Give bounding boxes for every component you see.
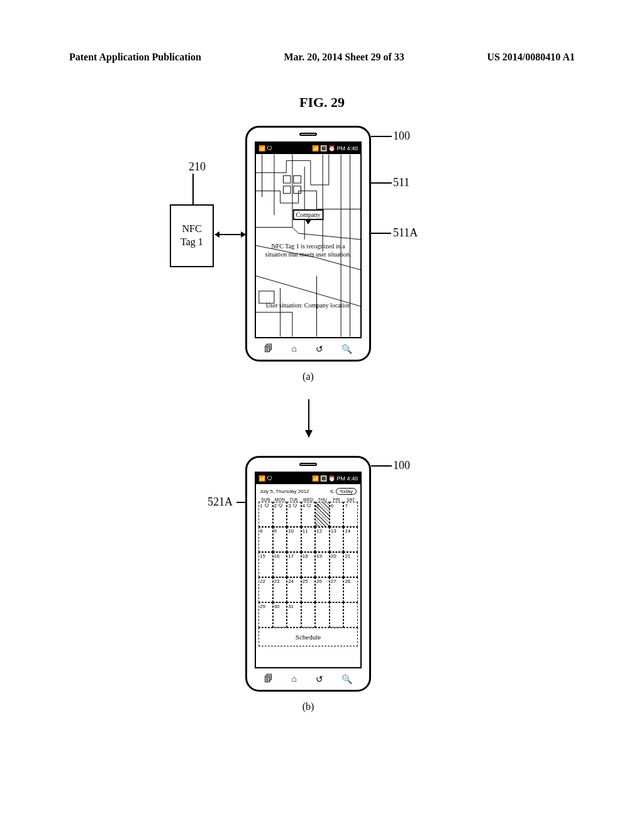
nav-bar-a: 🗐 ⌂ ↺ 🔍 bbox=[255, 342, 362, 356]
alarm-icon: ⏰ bbox=[328, 145, 335, 152]
nfc-recognized-msg: NFC Tag 1 is recognized in a situation t… bbox=[264, 242, 352, 258]
cal-cell[interactable]: 17 bbox=[287, 552, 301, 577]
home-icon[interactable]: ⌂ bbox=[291, 344, 296, 354]
user-situation-text: User situation: Company location bbox=[258, 302, 358, 309]
ref-521a: 521A bbox=[208, 495, 233, 509]
svg-rect-3 bbox=[283, 186, 291, 194]
chat-status-icon: 🗨 bbox=[267, 475, 272, 482]
svg-rect-1 bbox=[283, 176, 291, 184]
battery-icon: 🔳 bbox=[320, 475, 327, 482]
cal-cell[interactable]: 26 bbox=[315, 577, 330, 602]
nfc-phone-arrow bbox=[215, 234, 245, 235]
cal-cell[interactable] bbox=[315, 602, 330, 628]
cal-cell[interactable]: 6 bbox=[330, 502, 344, 527]
cal-cell[interactable]: 29 bbox=[258, 602, 273, 628]
back-icon[interactable]: ↺ bbox=[316, 344, 323, 355]
sublabel-a: (a) bbox=[303, 371, 314, 382]
svg-rect-4 bbox=[294, 186, 301, 194]
cal-cell[interactable] bbox=[343, 602, 358, 628]
nfc-tag-line1: NFC bbox=[180, 223, 203, 236]
calendar-grid[interactable]: 1 🗨2 🗨3 🗨4 🗨5678910111213141516171819202… bbox=[258, 502, 358, 646]
cal-cell[interactable]: 14 bbox=[343, 527, 358, 552]
calendar-header: July 5, Thursday 2012 < Today bbox=[258, 487, 358, 497]
search-icon[interactable]: 🔍 bbox=[341, 344, 352, 355]
cal-day-header: SAT bbox=[343, 497, 358, 502]
cal-cell[interactable]: 25 bbox=[301, 577, 316, 602]
home-icon[interactable]: ⌂ bbox=[291, 674, 296, 684]
header-right: US 2014/0080410 A1 bbox=[487, 52, 575, 63]
cal-cell[interactable]: 27 bbox=[330, 577, 344, 602]
cal-day-header: TUE bbox=[287, 497, 301, 502]
status-bar-b: 📶 🗨 📶 🔳 ⏰ PM 4:40 bbox=[256, 473, 360, 484]
phone-device-a: 📶 🗨 📶 🔳 ⏰ PM 4:40 bbox=[245, 126, 371, 362]
cal-cell[interactable]: 23 bbox=[273, 577, 287, 602]
cal-cell[interactable]: 4 🗨 bbox=[301, 502, 316, 527]
cal-cell[interactable] bbox=[301, 602, 316, 628]
flow-arrow-down bbox=[308, 399, 309, 437]
company-pin[interactable]: Company bbox=[293, 209, 324, 220]
calendar-area[interactable]: July 5, Thursday 2012 < Today SUNMONTUEW… bbox=[256, 484, 360, 667]
today-button[interactable]: Today bbox=[336, 488, 357, 495]
cal-day-header: THU bbox=[315, 497, 330, 502]
event-bubble-icon: 🗨 bbox=[277, 503, 283, 509]
cal-cell[interactable]: 18 bbox=[301, 552, 316, 577]
cal-cell[interactable]: 12 bbox=[315, 527, 330, 552]
cal-cell[interactable]: 22 bbox=[258, 577, 273, 602]
phone-device-b: 📶 🗨 📶 🔳 ⏰ PM 4:40 July 5, Thursday 2012 … bbox=[245, 456, 371, 692]
cal-cell[interactable]: 7 bbox=[343, 502, 358, 527]
cal-cell[interactable]: 2 🗨 bbox=[273, 502, 287, 527]
leader-210 bbox=[192, 174, 194, 205]
cal-cell[interactable] bbox=[330, 602, 344, 628]
event-bubble-icon: 🗨 bbox=[262, 503, 269, 509]
cal-cell[interactable]: 8 bbox=[258, 527, 273, 552]
svg-rect-2 bbox=[294, 176, 301, 184]
earpiece-a bbox=[299, 133, 317, 136]
cal-cell[interactable]: 31 bbox=[287, 602, 301, 628]
event-bubble-icon: 🗨 bbox=[291, 503, 297, 509]
cal-cell[interactable]: 19 bbox=[315, 552, 330, 577]
nav-bar-b: 🗐 ⌂ ↺ 🔍 bbox=[255, 672, 362, 686]
cal-cell[interactable]: 5 bbox=[315, 502, 330, 527]
cal-cell[interactable]: 3 🗨 bbox=[287, 502, 301, 527]
event-bubble-icon: 🗨 bbox=[305, 503, 311, 509]
nfc-tag-line2: Tag 1 bbox=[180, 236, 203, 249]
chevron-left-icon[interactable]: < bbox=[330, 488, 334, 495]
map-area[interactable]: Company NFC Tag 1 is recognized in a sit… bbox=[256, 154, 360, 337]
cal-cell[interactable]: 30 bbox=[273, 602, 287, 628]
wifi-icon: 📶 bbox=[258, 475, 265, 482]
ref-100-b: 100 bbox=[393, 459, 410, 472]
page-header: Patent Application Publication Mar. 20, … bbox=[0, 52, 644, 63]
earpiece-b bbox=[299, 463, 317, 466]
search-icon[interactable]: 🔍 bbox=[341, 674, 352, 685]
signal-icon: 📶 bbox=[312, 145, 319, 152]
back-icon[interactable]: ↺ bbox=[316, 674, 323, 685]
cal-cell[interactable]: 20 bbox=[330, 552, 344, 577]
screen-b: 📶 🗨 📶 🔳 ⏰ PM 4:40 July 5, Thursday 2012 … bbox=[255, 472, 362, 668]
cal-cell[interactable]: 28 bbox=[343, 577, 358, 602]
status-time: PM 4:40 bbox=[336, 145, 358, 152]
cal-cell[interactable]: 16 bbox=[273, 552, 287, 577]
cal-cell[interactable]: 1 🗨 bbox=[258, 502, 273, 527]
cal-cell[interactable]: 11 bbox=[301, 527, 316, 552]
status-bar-a: 📶 🗨 📶 🔳 ⏰ PM 4:40 bbox=[256, 143, 360, 154]
wifi-icon: 📶 bbox=[258, 145, 265, 152]
cal-cell[interactable]: 13 bbox=[330, 527, 344, 552]
cal-cell[interactable]: 15 bbox=[258, 552, 273, 577]
header-center: Mar. 20, 2014 Sheet 29 of 33 bbox=[284, 52, 404, 63]
alarm-icon: ⏰ bbox=[328, 475, 335, 482]
calendar-day-headers: SUNMONTUEWEDTHUFRISAT bbox=[258, 497, 358, 502]
cal-day-header: FRI bbox=[330, 497, 344, 502]
cal-cell[interactable]: 24 bbox=[287, 577, 301, 602]
nfc-tag-block: NFC Tag 1 bbox=[170, 204, 214, 267]
signal-icon: 📶 bbox=[312, 475, 319, 482]
cal-cell[interactable]: 9 bbox=[273, 527, 287, 552]
battery-icon: 🔳 bbox=[320, 145, 327, 152]
recent-icon[interactable]: 🗐 bbox=[264, 344, 273, 354]
ref-511a: 511A bbox=[393, 226, 418, 240]
schedule-row[interactable]: Schedule bbox=[258, 628, 358, 646]
recent-icon[interactable]: 🗐 bbox=[264, 674, 273, 684]
cal-cell[interactable]: 21 bbox=[343, 552, 358, 577]
cal-cell[interactable]: 10 bbox=[287, 527, 301, 552]
cal-day-header: SUN bbox=[258, 497, 273, 502]
cal-date-label: July 5, Thursday 2012 bbox=[260, 489, 309, 494]
